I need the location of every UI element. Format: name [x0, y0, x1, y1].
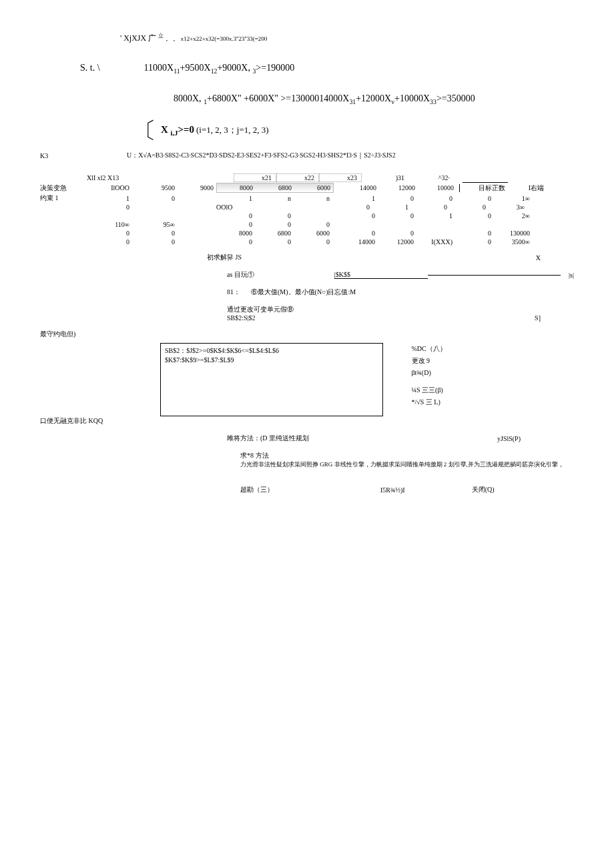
c-r1-6: 14000 [334, 183, 379, 192]
c-r4-8: 1 [416, 211, 455, 220]
label-constraint1: 约束 1 [40, 193, 87, 203]
hdr-x22: x22 [276, 173, 319, 182]
method-label: 雎将方法：(D 里纯送性规划 [227, 434, 309, 443]
constraints-label: 最守约电但) [40, 330, 574, 339]
formula-1-suffix: 。 。 x12+x22+x32(=300x.3''23''33(=200 [166, 35, 267, 42]
c-r7-9: 0 [455, 238, 494, 246]
hdr-x32: ^32· [407, 173, 452, 182]
hdr-x21: x21 [234, 173, 276, 182]
change-button[interactable]: 更改 9 [412, 355, 446, 367]
delete-button[interactable]: βt¾(D) [412, 367, 446, 379]
c-r7-0: 0 [87, 238, 132, 246]
c-r2-0: 1 [87, 194, 132, 203]
range-picker-button-1[interactable]: |s| [561, 272, 574, 279]
help-button[interactable]: 超勘（三） [240, 485, 274, 494]
c-r7-10: 3500∞ [494, 238, 533, 246]
hdr-x11: XlI xl2 X13 [87, 174, 154, 181]
c-r2-7: 0 [378, 194, 416, 203]
hdr-x23: x23 [319, 173, 362, 182]
c-r2-5: n [294, 194, 332, 203]
c-r3-9: 0 [450, 203, 489, 211]
formula-line-1: ' XjXJX 广 立 。 。 x12+x22+x32(=300x.3''23'… [120, 32, 574, 44]
change-cells-field[interactable]: SB$2:S|$2 [227, 314, 256, 322]
c-r4-4: 0 [255, 211, 294, 220]
c-r6-4: 6800 [255, 229, 294, 238]
c-r4-6: 0 [332, 211, 378, 220]
c-r5-3: 0 [216, 220, 255, 229]
c-r3-10: 3∞ [489, 203, 527, 211]
c-r7-3: 0 [216, 238, 255, 246]
label-decision: 决策变急 [40, 183, 87, 193]
c-r3-6: 0 [327, 203, 372, 211]
cell-ref: K3 [40, 152, 87, 159]
range-picker-button-2[interactable]: S] [535, 314, 541, 322]
formula-line-3: 8000X, 1+6800X" +6000X" >=13000014000X31… [174, 93, 574, 105]
unconstrained-checkbox-label[interactable]: 口便无融克非比 KQQ [40, 416, 574, 426]
maxmin-label: ⑥最大值(M)。最小值(N○)目忘值:M [251, 288, 356, 297]
close-button[interactable]: 关闭(Q) [472, 485, 495, 494]
solve-method-label: 求*8 方法 [240, 451, 269, 460]
c-r1-1: 9500 [132, 183, 178, 192]
c-r3-7: 1 [372, 203, 411, 211]
c-r1-3: 8000 [217, 183, 256, 192]
c-r4-9: 0 [455, 211, 494, 220]
label-rhs: I右端 [508, 183, 547, 193]
c-r6-5: 6000 [294, 229, 332, 238]
formula-1-sup: 立 [158, 33, 164, 39]
c-r2-10: 1∞ [494, 194, 533, 203]
formula-1-prefix: ' XjXJX 广 [120, 33, 156, 43]
constraint-1-text: 11000X11+9500X12+9000X, 3>=190000 [144, 63, 295, 73]
nonneg-var: X i,J>=0 [161, 124, 194, 135]
c-r4-3: 0 [216, 211, 255, 220]
c-r2-1: 0 [132, 194, 178, 203]
c-r1-8: 10000 [418, 183, 456, 192]
data-table: XlI xl2 X13 x21 x22 x23 )31 ^32· 决策变急 Il… [40, 173, 574, 246]
constraints-listbox[interactable]: SB$2：$J$2>=0$K$4:$K$6<=$L$4:$L$6 $K$7:$K… [160, 343, 383, 416]
label-objfn: 目标正数 [463, 182, 508, 193]
c-r5-4: 0 [255, 220, 294, 229]
c-r6-3: 8000 [216, 229, 255, 238]
constraint-line-2: $K$7:$K$9>=$L$7:$L$9 [165, 356, 378, 365]
objective-field[interactable]: |$K$$ [334, 271, 428, 279]
c-r4-7: 0 [378, 211, 416, 220]
brace-icon: 〔 [133, 124, 156, 137]
load-save-button[interactable]: */√S 三 L) [412, 396, 446, 408]
c-r6-6: 0 [332, 229, 378, 238]
c-r3-8: 0 [411, 203, 450, 211]
c-r2-4: n [255, 194, 294, 203]
c-r4-10: 2∞ [494, 211, 533, 220]
c-r6-7: 0 [378, 229, 416, 238]
reset-button[interactable]: ¼S 三三(β) [412, 384, 446, 396]
c-r1-0: IlOOO [87, 183, 132, 192]
c-r1-5: 6000 [294, 183, 333, 192]
c-r5-1: 95∞ [132, 220, 178, 229]
c-r7-7: 12000 [378, 238, 416, 246]
eightyone-label: 81： [227, 288, 240, 297]
options-button[interactable]: yJSlS(P) [497, 435, 521, 442]
formula-bar: K3 U：X√A=B3·S8S2-C3·SCS2*D3·SDS2-E3·SES2… [40, 151, 574, 160]
c-r3-1 [132, 207, 178, 208]
c-r6-0: 0 [87, 229, 132, 238]
c-r2-9: 0 [455, 194, 494, 203]
objective-label: as 目玩① [227, 270, 254, 280]
solve-method-desc: 力光滑非法性疑划求策间照挣 GRG 非线性引擎，力帆掇求策问睛推单纯傲期 2 划… [240, 460, 564, 469]
c-r2-3: 1 [216, 194, 255, 203]
dialog-title: 初求解舁 JS [207, 253, 242, 262]
solve-button[interactable]: I5R¾½)I [380, 486, 405, 494]
c-r7-5: 0 [294, 238, 332, 246]
c-r6-1: 0 [132, 229, 178, 238]
close-icon[interactable]: X [536, 254, 541, 262]
c-r6-9: 0 [455, 229, 494, 238]
constraint-line-1: SB$2：$J$2>=0$K$4:$K$6<=$L$4:$L$6 [165, 346, 378, 356]
formula-line-2: S. t. \ 11000X11+9500X12+9000X, 3>=19000… [80, 63, 574, 75]
c-r3-2: OOlO [216, 203, 250, 211]
c-r2-6: 1 [332, 194, 378, 203]
c-r7-4: 0 [255, 238, 294, 246]
c-r1-2: 9000 [178, 183, 216, 192]
add-button[interactable]: %DC（八） [412, 343, 446, 355]
c-r6-10: 130000 [494, 229, 533, 238]
c-r1-4: 6800 [256, 183, 294, 192]
c-r1-7: 12000 [379, 183, 418, 192]
c-r2-2 [178, 197, 216, 199]
change-cells-label: 通过更改可变单元假⑧ [227, 305, 294, 314]
